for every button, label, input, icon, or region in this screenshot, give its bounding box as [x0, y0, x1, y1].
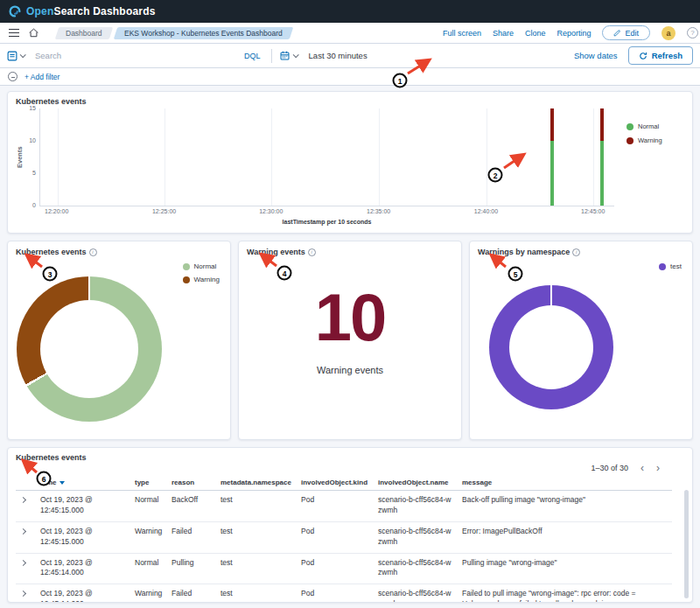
table-header-row: Timetypereasonmetadata.namespaceinvolved…	[16, 476, 672, 491]
legend-dot	[626, 137, 634, 144]
cell-kind: Pod	[296, 491, 373, 522]
namespace-donut-legend: test	[659, 262, 682, 270]
column-header-reason[interactable]: reason	[166, 476, 215, 491]
legend-label: Normal	[194, 262, 217, 270]
pagination-next-icon[interactable]: ›	[656, 463, 660, 473]
table-row: Oct 19, 2023 @ 12:45:15.000NormalBackOff…	[16, 491, 672, 522]
table-row: Oct 19, 2023 @ 12:45:14.000NormalPulling…	[16, 553, 672, 584]
app-title: OpenSearch Dashboards	[26, 5, 156, 17]
cell-type: Normal	[130, 553, 166, 584]
cell-time: Oct 19, 2023 @ 12:45:15.000	[35, 491, 130, 522]
x-axis-tick-label: 12:35:00	[367, 208, 390, 214]
sort-desc-icon	[60, 481, 65, 485]
panel-title: Kubernetes events	[16, 453, 87, 462]
cell-namespace: test	[215, 521, 296, 553]
refresh-icon	[639, 52, 648, 60]
column-header-involvedobject-kind[interactable]: involvedObject.kind	[296, 476, 373, 491]
pagination-range: 1–30 of 30	[591, 464, 628, 472]
help-icon[interactable]: ?	[687, 27, 698, 38]
edit-button[interactable]: Edit	[602, 25, 650, 40]
pagination-prev-icon[interactable]: ‹	[640, 463, 644, 473]
cell-reason: BackOff	[166, 491, 215, 522]
cell-kind: Pod	[296, 584, 373, 603]
stacked-bar[interactable]	[550, 108, 554, 206]
cell-name: scenario-b-cff56c84-wzwmh	[373, 553, 457, 584]
nav-link-clone[interactable]: Clone	[525, 29, 546, 38]
y-axis-tick-label: 15	[29, 105, 36, 111]
y-axis-label: Events	[16, 108, 24, 206]
legend-label: Warning	[194, 276, 220, 283]
info-icon[interactable]: i	[572, 248, 580, 256]
cell-message: Back-off pulling image "wrong-image"	[457, 491, 672, 522]
column-header-involvedobject-name[interactable]: involvedObject.name	[373, 476, 457, 491]
legend-item-warning[interactable]: Warning	[183, 276, 220, 283]
cell-name: scenario-b-cff56c84-wzwmh	[373, 521, 457, 553]
legend-label: Warning	[638, 136, 662, 144]
legend-dot	[183, 263, 190, 270]
nav-link-full-screen[interactable]: Full screen	[443, 29, 481, 38]
menu-icon[interactable]	[9, 29, 19, 38]
legend-item-test[interactable]: test	[659, 262, 682, 270]
search-input[interactable]: Search	[35, 51, 61, 60]
events-donut-chart[interactable]	[17, 276, 162, 422]
x-axis-tick-label: 12:25:00	[152, 208, 176, 214]
home-icon[interactable]	[28, 27, 39, 38]
info-icon[interactable]: i	[308, 248, 316, 256]
cell-message: Error: ImagePullBackOff	[457, 521, 672, 553]
refresh-button-label: Refresh	[652, 51, 682, 60]
stacked-bar[interactable]	[600, 108, 604, 206]
panel-warnings-by-namespace: Warnings by namespace i test	[469, 241, 693, 440]
timeline-plot-area[interactable]: 051015	[39, 108, 614, 206]
cell-reason: Failed	[166, 521, 215, 553]
metric-label: Warning events	[317, 365, 383, 375]
nav-link-reporting[interactable]: Reporting	[556, 29, 591, 38]
namespace-donut-chart[interactable]	[489, 285, 613, 409]
cell-type: Warning	[130, 584, 166, 603]
breadcrumb-current-dashboard[interactable]: EKS Workshop - Kubernetes Events Dashboa…	[113, 27, 292, 39]
expand-row-icon[interactable]	[20, 528, 26, 535]
breadcrumb-dashboard[interactable]: Dashboard	[55, 27, 113, 39]
table-row: Oct 19, 2023 @ 12:45:15.000WarningFailed…	[16, 521, 672, 553]
panel-kubernetes-events-table: Kubernetes events 1–30 of 30 ‹ › Timetyp…	[7, 447, 693, 603]
query-language-button[interactable]: DQL	[234, 52, 271, 60]
info-icon[interactable]: i	[89, 248, 97, 256]
cell-time: Oct 19, 2023 @ 12:45:14.000	[35, 584, 130, 603]
avatar[interactable]: a	[662, 26, 676, 40]
chevron-down-icon	[292, 52, 298, 58]
expand-row-icon[interactable]	[20, 591, 26, 597]
filter-options-icon[interactable]	[8, 72, 18, 81]
expand-row-icon[interactable]	[20, 560, 26, 566]
time-range-value[interactable]: Last 30 minutes	[309, 51, 368, 60]
date-picker-button[interactable]	[272, 51, 305, 60]
timeline-legend: NormalWarning	[614, 108, 684, 225]
saved-query-menu[interactable]	[7, 51, 24, 61]
refresh-button[interactable]: Refresh	[628, 46, 693, 65]
pencil-icon	[613, 29, 621, 37]
column-header-type[interactable]: type	[130, 476, 166, 491]
cell-name: scenario-b-cff56c84-wzwmh	[373, 584, 457, 603]
expand-row-icon[interactable]	[20, 497, 26, 503]
table-scrollbar[interactable]	[684, 490, 689, 598]
panel-kubernetes-events-donut: Kubernetes events i NormalWarning	[7, 241, 231, 440]
legend-item-normal[interactable]: Normal	[626, 122, 684, 130]
panel-title: Warning events	[247, 248, 305, 256]
panel-title: Warnings by namespace	[478, 248, 570, 256]
y-axis-tick-label: 0	[32, 202, 36, 208]
gridline	[271, 108, 272, 206]
column-header-message[interactable]: message	[457, 476, 672, 491]
chevron-down-icon	[20, 52, 26, 58]
column-header-time[interactable]: Time	[35, 476, 130, 491]
legend-item-normal[interactable]: Normal	[183, 262, 220, 270]
gridline	[164, 108, 165, 206]
column-header-metadata-namespace[interactable]: metadata.namespace	[215, 476, 296, 491]
donut-legend: NormalWarning	[183, 262, 220, 283]
x-axis-tick-label: 12:20:00	[45, 208, 68, 214]
add-filter-button[interactable]: + Add filter	[24, 73, 60, 81]
legend-item-warning[interactable]: Warning	[626, 136, 684, 144]
nav-link-share[interactable]: Share	[493, 29, 514, 38]
cell-reason: Failed	[166, 584, 215, 603]
edit-button-label: Edit	[625, 29, 639, 38]
panel-warning-events-metric: Warning events i 10 Warning events	[238, 241, 462, 440]
legend-dot	[183, 276, 190, 283]
show-dates-button[interactable]: Show dates	[574, 51, 618, 60]
